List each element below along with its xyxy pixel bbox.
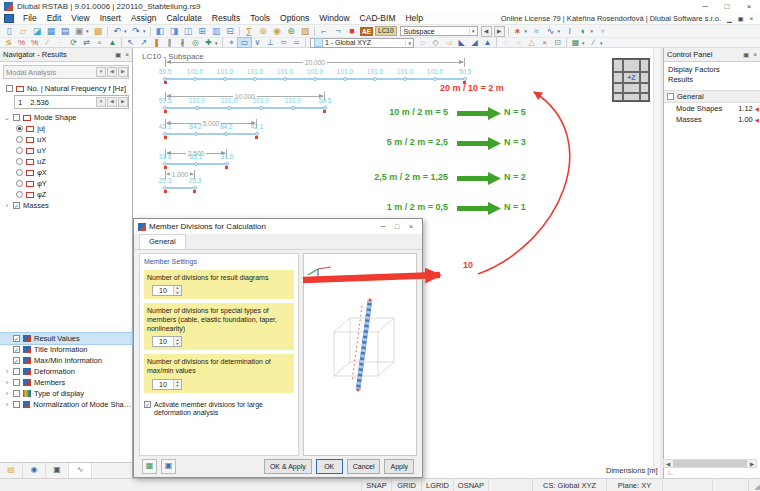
display-option-row[interactable]: ›Normalization of Mode Shapes (0, 399, 132, 410)
mdi-restore-button[interactable]: ▣ (735, 15, 746, 23)
support-icon[interactable]: ▲ (106, 38, 119, 47)
divide-member-icon[interactable]: ∥ (163, 38, 176, 47)
chevron-down-icon[interactable]: ▾ (600, 40, 605, 46)
display-option-row[interactable]: Title Information (0, 344, 132, 355)
dialog-button-apply[interactable]: Apply (384, 459, 414, 474)
display-option-row[interactable]: ›Deformation (0, 366, 132, 377)
frequency-header-row[interactable]: No. | Natural Frequency f [Hz] (0, 83, 132, 94)
tab-views[interactable]: ▣ (46, 463, 69, 478)
menu-file[interactable]: File (18, 13, 42, 24)
mode-shape-radio[interactable] (16, 191, 23, 198)
menu-help[interactable]: Help (400, 13, 427, 24)
imperfections-icon[interactable]: ¬ (331, 26, 345, 37)
dimensions-icon[interactable]: ✚ (202, 38, 215, 47)
previous-load-case-button[interactable]: ◀ (481, 26, 492, 37)
expand-icon[interactable]: › (4, 202, 10, 209)
dialog-button-ok-apply[interactable]: OK & Apply (264, 459, 312, 474)
mode-shape-option[interactable]: uY (0, 145, 132, 156)
mode-shape-option[interactable]: φY (0, 178, 132, 189)
load-case-combo[interactable]: Subspace▾ (400, 26, 478, 36)
frequency-combo[interactable]: 1 2.536 ▾ ◀ ▶ (14, 95, 129, 109)
large-deformation-checkbox[interactable] (144, 401, 151, 408)
mode-shape-radio[interactable] (16, 169, 23, 176)
mode-shape-option[interactable]: φZ (0, 189, 132, 200)
chevron-down-icon[interactable]: ▾ (96, 67, 106, 77)
generate-icon[interactable]: ≶ (2, 38, 15, 47)
mode-shape-radio[interactable] (16, 158, 23, 165)
percent-on-icon[interactable]: % (28, 38, 41, 47)
navigator-panel-icon[interactable]: ◧ (153, 26, 167, 37)
select-window-icon[interactable]: ▭ (238, 38, 251, 47)
display-option-row[interactable]: Max/Min Information (0, 355, 132, 366)
print-icon[interactable]: ▣ (72, 26, 86, 37)
resize-grip-icon[interactable]: ◢ (749, 479, 760, 491)
new-node-icon[interactable]: ∙ (54, 38, 67, 47)
grid-settings-icon[interactable]: ≃ (290, 38, 303, 47)
isometric-view-icon[interactable]: ◇ (429, 38, 442, 47)
option-checkbox[interactable] (13, 401, 20, 408)
expand-icon[interactable]: › (4, 379, 10, 386)
graphics-icon[interactable]: ▨ (298, 26, 312, 37)
display-option-row[interactable]: Result Values (0, 333, 132, 344)
next-icon[interactable]: ▶ (118, 67, 128, 77)
visibility-icon[interactable]: ◐ (577, 26, 591, 37)
option-checkbox[interactable] (13, 357, 20, 364)
result-diagrams-icon[interactable]: ∿ (544, 26, 558, 37)
expand-icon[interactable]: › (4, 390, 10, 397)
view-y-icon[interactable]: ◢ (468, 38, 481, 47)
tab-general[interactable]: General (139, 234, 186, 249)
chevron-down-icon[interactable]: ▾ (96, 97, 106, 107)
expand-icon[interactable]: › (4, 401, 10, 408)
mode-shape-radio[interactable] (16, 125, 23, 132)
rotate-icon[interactable]: ⟳ (67, 38, 80, 47)
new-member-icon[interactable]: ∕ (41, 38, 54, 47)
canvas-vertical-scrollbar[interactable] (653, 48, 660, 472)
analysis-type-combo[interactable]: Modal Analysis ▾ ◀ ▶ (3, 65, 129, 79)
status-toggle-lgrid[interactable]: LGRID (422, 479, 454, 491)
tables-icon[interactable]: ▦ (44, 26, 58, 37)
open-file-icon[interactable]: ▱ (16, 26, 30, 37)
dialog-button-cancel[interactable]: Cancel (347, 459, 381, 474)
camera-icon[interactable]: ⊡ (551, 38, 564, 47)
view-x-icon[interactable]: ◣ (455, 38, 468, 47)
large-deformation-row[interactable]: Activate member divisions for large defo… (144, 401, 294, 419)
work-plane-combo[interactable]: 1 - Global XYZ▾ (310, 38, 414, 48)
menu-view[interactable]: View (66, 13, 94, 24)
zoom-icon[interactable]: ◌ (416, 38, 429, 47)
spinner-down-icon[interactable]: ▼ (176, 291, 179, 295)
status-toggle-osnap[interactable]: OSNAP (454, 479, 489, 491)
mode-shape-option[interactable]: uZ (0, 156, 132, 167)
menu-cad-bim[interactable]: CAD-BIM (355, 13, 401, 24)
horizontal-scrollbar[interactable]: ◀ ▶ (663, 459, 757, 468)
spinner-up-icon[interactable]: ▲ (176, 380, 179, 384)
display-option-row[interactable]: ›Members (0, 377, 132, 388)
menu-calculate[interactable]: Calculate (161, 13, 206, 24)
close-icon[interactable]: × (753, 51, 757, 59)
move-icon[interactable]: ↖ (124, 38, 137, 47)
delete-small-icon[interactable]: × (93, 38, 106, 47)
panels-icon[interactable]: ◫ (181, 26, 195, 37)
select-special-icon[interactable]: ∨ (251, 38, 264, 47)
connect-members-icon[interactable]: ∦ (176, 38, 189, 47)
dialog-title-bar[interactable]: Member Divisions for Calculation ─□× (134, 219, 422, 234)
mode-shape-radio[interactable] (16, 147, 23, 154)
previous-mode-icon[interactable]: ◀ (107, 97, 117, 107)
percent-off-icon[interactable]: % (15, 38, 28, 47)
mode-shape-option[interactable]: φX (0, 167, 132, 178)
line-style-icon[interactable]: ∕ (587, 38, 600, 47)
work-plane-icon[interactable]: ≂ (277, 38, 290, 47)
minimize-button[interactable]: ─ (694, 0, 716, 13)
mode-shape-header-row[interactable]: ⌄ Mode Shape (0, 112, 132, 123)
result-values-toolbar-icon[interactable]: ≀ (563, 26, 577, 37)
division-spinner[interactable]: 10▲▼ (152, 285, 182, 296)
view-navigator-icon[interactable]: +Z (612, 58, 650, 102)
dialog-copy-settings-button[interactable]: ▣ (161, 459, 176, 474)
option-checkbox[interactable] (13, 390, 20, 397)
chevron-down-icon[interactable]: ▾ (143, 28, 148, 34)
option-checkbox[interactable] (13, 368, 20, 375)
tables-panel-icon[interactable]: ◨ (167, 26, 181, 37)
calculate-icon[interactable]: ∑ (242, 26, 256, 37)
close-icon[interactable]: × (125, 51, 129, 59)
close-button[interactable]: × (738, 0, 760, 13)
chevron-down-icon[interactable]: ▾ (215, 40, 220, 46)
